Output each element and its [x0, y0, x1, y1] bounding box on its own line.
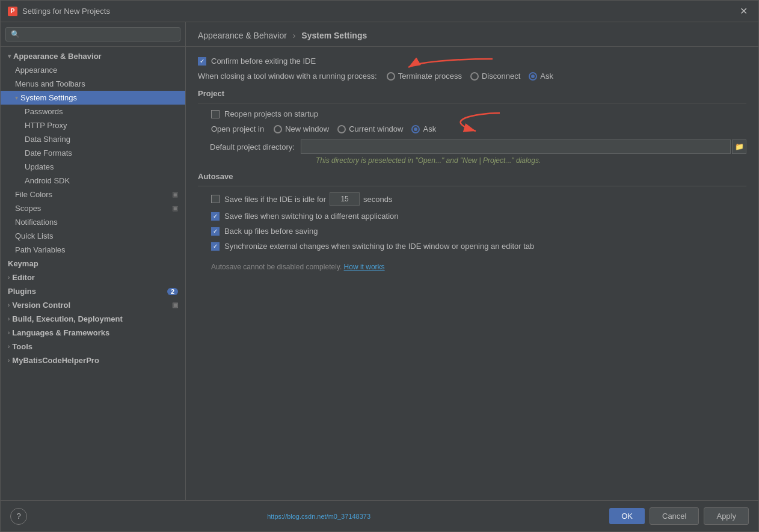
sidebar-item-tools[interactable]: › Tools	[1, 340, 185, 353]
search-input[interactable]	[5, 27, 180, 41]
sidebar-item-passwords[interactable]: Passwords	[1, 105, 185, 118]
ask-project-radio[interactable]	[411, 125, 420, 133]
app-icon: P	[8, 7, 17, 16]
settings-panel: Confirm before exiting the IDE	[186, 47, 758, 500]
save-switching-row: Save files when switching to a different…	[211, 212, 746, 221]
save-idle-row: Save files if the IDE is idle for second…	[211, 192, 746, 206]
bottom-bar: ? https://blog.csdn.net/m0_37148373 OK C…	[1, 500, 758, 531]
ok-button[interactable]: OK	[609, 508, 645, 524]
settings-dialog: P Settings for New Projects ✕ ▾ Appearan…	[0, 0, 759, 532]
terminate-radio[interactable]	[387, 72, 395, 81]
chevron-right-icon: ›	[8, 316, 10, 322]
ask-project-option[interactable]: Ask	[411, 124, 436, 133]
sync-external-label[interactable]: Synchronize external changes when switch…	[211, 242, 534, 251]
copy-icon: ▣	[172, 301, 178, 309]
closing-tool-window-row: When closing a tool window with a runnin…	[198, 72, 746, 81]
sidebar-item-version-control[interactable]: › Version Control ▣	[1, 298, 185, 312]
terminate-option[interactable]: Terminate process	[387, 72, 462, 81]
cancel-button[interactable]: Cancel	[650, 507, 699, 525]
current-window-radio[interactable]	[337, 125, 346, 133]
save-switching-label[interactable]: Save files when switching to a different…	[211, 212, 399, 221]
reopen-projects-checkbox[interactable]	[211, 110, 220, 118]
sync-external-checkbox[interactable]	[211, 242, 220, 251]
sidebar-item-updates[interactable]: Updates	[1, 160, 185, 174]
idle-seconds-input[interactable]	[330, 192, 360, 206]
default-dir-row: Default project directory: 📁	[210, 139, 746, 154]
sidebar-item-file-colors[interactable]: File Colors ▣	[1, 188, 185, 201]
autosave-note: Autosave cannot be disabled completely. …	[211, 263, 746, 271]
sidebar-item-date-formats[interactable]: Date Formats	[1, 146, 185, 160]
sidebar-item-plugins[interactable]: Plugins 2	[1, 284, 185, 298]
sidebar-item-path-variables[interactable]: Path Variables	[1, 243, 185, 257]
confirm-exit-checkbox[interactable]	[198, 57, 206, 66]
disconnect-radio[interactable]	[470, 72, 479, 81]
autosave-section: Autosave	[198, 172, 746, 186]
breadcrumb-separator: ›	[293, 31, 296, 40]
project-section: Project	[198, 89, 746, 103]
sidebar-item-system-settings[interactable]: ▾ System Settings	[1, 91, 185, 105]
main-content: ▾ Appearance & Behavior Appearance Menus…	[1, 22, 758, 500]
title-bar: P Settings for New Projects ✕	[1, 1, 758, 22]
new-window-option[interactable]: New window	[274, 124, 329, 133]
open-project-row: Open project in New window Current windo…	[211, 124, 746, 133]
reopen-projects-label[interactable]: Reopen projects on startup	[211, 109, 318, 118]
default-dir-label: Default project directory:	[210, 142, 295, 151]
backup-files-label[interactable]: Back up files before saving	[211, 227, 318, 236]
sidebar-item-data-sharing[interactable]: Data Sharing	[1, 132, 185, 146]
ask-radio[interactable]	[529, 72, 537, 81]
apply-button[interactable]: Apply	[704, 507, 749, 525]
sidebar-item-appearance[interactable]: Appearance	[1, 63, 185, 77]
confirm-exit-label[interactable]: Confirm before exiting the IDE	[198, 57, 316, 66]
sidebar: ▾ Appearance & Behavior Appearance Menus…	[1, 22, 186, 500]
content-area: Appearance & Behavior › System Settings …	[186, 22, 758, 500]
sync-external-row: Synchronize external changes when switch…	[211, 242, 746, 251]
dialog-title: Settings for New Projects	[22, 7, 736, 16]
current-window-option[interactable]: Current window	[337, 124, 403, 133]
how-it-works-link[interactable]: How it works	[344, 263, 385, 271]
chevron-right-icon: ›	[8, 343, 10, 350]
chevron-right-icon: ›	[8, 274, 10, 281]
dir-hint: This directory is preselected in "Open..…	[316, 156, 746, 165]
close-button[interactable]: ✕	[736, 4, 751, 18]
autosave-divider	[198, 186, 746, 186]
chevron-right-icon: ›	[8, 357, 10, 364]
save-switching-checkbox[interactable]	[211, 212, 220, 221]
save-idle-checkbox[interactable]	[211, 195, 220, 203]
closing-options-group: Terminate process Disconnect Ask	[387, 72, 553, 81]
sidebar-item-build-execution[interactable]: › Build, Execution, Deployment	[1, 312, 185, 326]
backup-files-row: Back up files before saving	[211, 227, 746, 236]
sidebar-item-mybatis[interactable]: › MyBatisCodeHelperPro	[1, 353, 185, 367]
breadcrumb-current: System Settings	[301, 31, 367, 40]
sidebar-item-languages-frameworks[interactable]: › Languages & Frameworks	[1, 326, 185, 340]
sidebar-item-keymap[interactable]: Keymap	[1, 257, 185, 271]
search-box	[1, 22, 185, 47]
backup-files-checkbox[interactable]	[211, 227, 220, 236]
sidebar-item-notifications[interactable]: Notifications	[1, 215, 185, 229]
open-project-options: New window Current window Ask	[274, 124, 436, 133]
help-button[interactable]: ?	[10, 508, 27, 525]
reopen-projects-row: Reopen projects on startup	[211, 109, 746, 118]
project-divider	[198, 103, 746, 103]
chevron-down-icon: ▾	[15, 94, 18, 101]
sidebar-item-http-proxy[interactable]: HTTP Proxy	[1, 118, 185, 132]
copy-icon: ▣	[172, 204, 178, 212]
chevron-right-icon: ›	[8, 302, 10, 308]
disconnect-option[interactable]: Disconnect	[470, 72, 520, 81]
breadcrumb: Appearance & Behavior › System Settings	[186, 22, 758, 47]
autosave-label: Autosave	[198, 172, 746, 181]
sidebar-item-scopes[interactable]: Scopes ▣	[1, 201, 185, 215]
url-label: https://blog.csdn.net/m0_37148373	[267, 513, 370, 520]
browse-button[interactable]: 📁	[732, 139, 746, 154]
sidebar-tree: ▾ Appearance & Behavior Appearance Menus…	[1, 47, 185, 500]
default-dir-input[interactable]	[301, 139, 731, 154]
new-window-radio[interactable]	[274, 125, 282, 133]
sidebar-item-android-sdk[interactable]: Android SDK	[1, 174, 185, 188]
sidebar-item-quick-lists[interactable]: Quick Lists	[1, 229, 185, 243]
sidebar-item-menus-toolbars[interactable]: Menus and Toolbars	[1, 77, 185, 91]
sidebar-item-editor[interactable]: › Editor	[1, 271, 185, 284]
ask-option[interactable]: Ask	[529, 72, 553, 81]
project-label: Project	[198, 89, 746, 98]
save-idle-label[interactable]: Save files if the IDE is idle for	[211, 195, 326, 204]
sidebar-item-appearance-behavior[interactable]: ▾ Appearance & Behavior	[1, 49, 185, 63]
chevron-right-icon: ›	[8, 329, 10, 336]
